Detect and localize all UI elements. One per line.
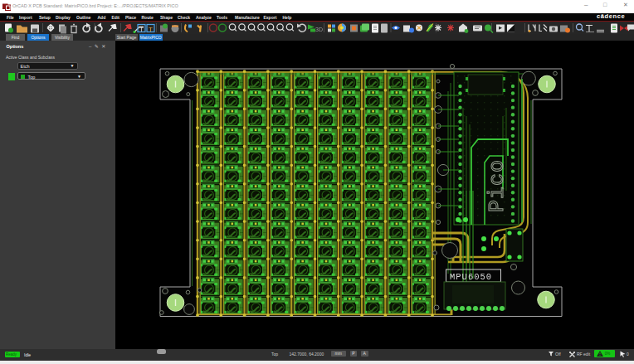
svg-text:3D: 3D [315,27,323,32]
svg-text:T: T [149,26,153,33]
svg-text:MPU6050: MPU6050 [450,272,492,282]
svg-text:Pico: Pico [485,159,510,212]
svg-text:T: T [139,26,144,33]
